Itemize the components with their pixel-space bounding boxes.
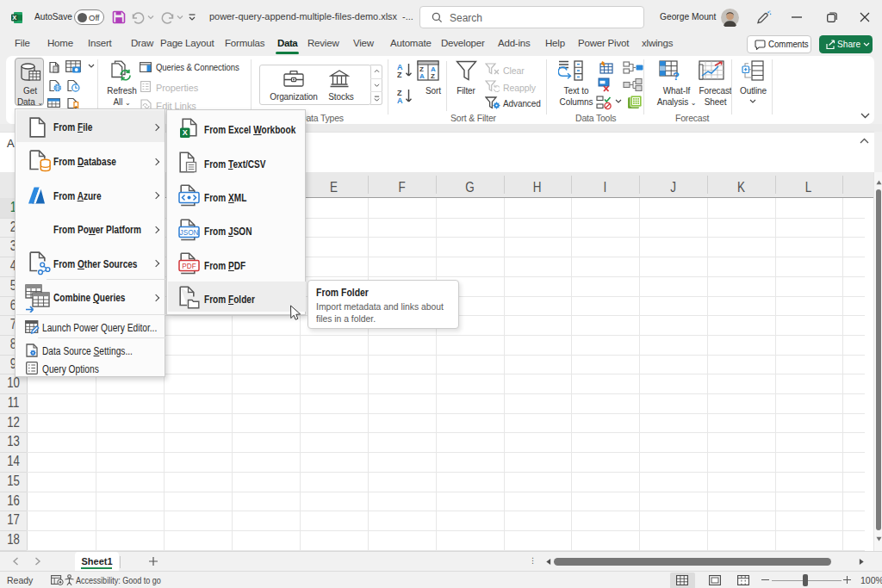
svg-text:Z: Z: [431, 72, 435, 80]
svg-text:Z: Z: [397, 71, 402, 78]
svg-text:A: A: [419, 72, 425, 80]
svg-text:JSON: JSON: [180, 229, 199, 237]
svg-text:X: X: [183, 128, 188, 137]
svg-text:A: A: [397, 96, 403, 104]
svg-text:PDF: PDF: [182, 263, 196, 270]
svg-text:?: ?: [673, 70, 680, 81]
svg-text:X: X: [12, 14, 16, 22]
